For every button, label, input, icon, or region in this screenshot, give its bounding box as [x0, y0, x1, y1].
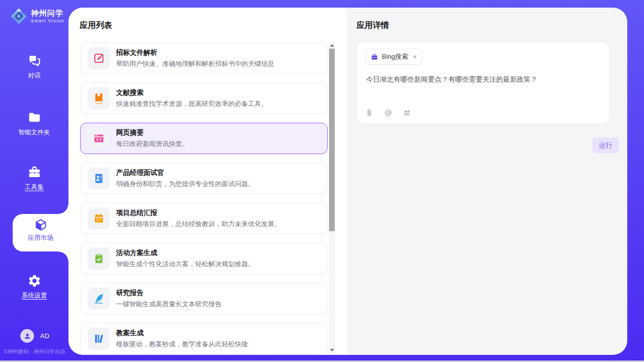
tool-tag-close-icon[interactable]: ×: [413, 53, 417, 60]
app-icon-tile: [88, 207, 110, 230]
tool-tag-bing-search[interactable]: Bing搜索 ×: [365, 49, 422, 65]
app-icon-tile: [88, 167, 110, 190]
app-card-title: 产品经理面试官: [116, 169, 255, 177]
app-card[interactable]: 产品经理面试官 明确身份和职责，为您提供专业性的面试问题。: [80, 163, 328, 194]
app-card-title: 网页摘要: [116, 129, 189, 137]
app-card[interactable]: 研究报告 一键智能生成高质量长文本研究报告: [80, 283, 328, 314]
user-chip[interactable]: AD: [20, 329, 49, 343]
app-icon-tile: [88, 287, 110, 310]
app-card-description: 快速精准查找学术资源，提高研究效率的必备工具。: [116, 100, 268, 108]
scrollbar-thumb[interactable]: [329, 49, 335, 231]
brand-logo: 神州问学 Smart Vision: [10, 8, 64, 25]
sidebar-item-icon: [27, 111, 42, 125]
tool-tag-label: Bing搜索: [382, 52, 408, 61]
briefcase-icon: [371, 53, 378, 61]
prompt-composer-card: Bing搜索 × 今日湖北有哪些新闻要点？有哪些需要关注的最新政策？: [356, 42, 610, 124]
app-card-title: 教案生成: [116, 329, 248, 337]
composer-toolbar: [365, 108, 411, 117]
app-list: 招标文件解析 帮助用户快速、准确地理解和解析招标书中的关键信息 文献搜索 快速精…: [80, 43, 328, 355]
app-card-title: 活动方案生成: [116, 249, 255, 257]
avatar: [20, 329, 34, 343]
sidebar-nav-item[interactable]: 应用市场: [13, 214, 68, 251]
app-card[interactable]: 招标文件解析 帮助用户快速、准确地理解和解析招标书中的关键信息: [80, 43, 328, 74]
app-icon: [93, 212, 105, 225]
person-icon: [23, 332, 31, 340]
app-card-title: 研究报告: [116, 289, 222, 297]
sidebar-nav-item[interactable]: 智能文件夹: [0, 111, 68, 137]
app-icon-tile: [88, 127, 110, 150]
scroll-down-arrow[interactable]: [329, 346, 335, 353]
user-label: AD: [40, 332, 49, 340]
app-list-title: 应用列表: [80, 20, 112, 31]
sidebar-item-label: 智能文件夹: [18, 128, 50, 137]
scrollbar[interactable]: [329, 42, 335, 353]
app-icon: [93, 92, 105, 104]
sidebar-item-label: 工具集: [25, 183, 44, 192]
sidebar-nav-item[interactable]: 工具集: [0, 165, 68, 192]
sidebar-item-label: 应用市场: [28, 234, 53, 242]
app-card-title: 招标文件解析: [116, 49, 274, 57]
app-icon-tile: [88, 247, 110, 270]
brand-tagline: Smart Vision: [31, 19, 64, 23]
app-card[interactable]: 活动方案生成 智能生成个性化活动方案，轻松解决规划难题。: [80, 243, 328, 274]
sidebar-footer: ©神州数码 · 神州问学出品: [4, 348, 65, 355]
app-list-panel: 应用列表 招标文件解析 帮助用户快速、准确地理解和解析招标书中的关键信息 文献搜…: [68, 8, 346, 355]
app-card[interactable]: 教案生成 模板驱动，教案秒成，教学准备从此轻松快捷: [80, 323, 328, 354]
sidebar: 神州问学 Smart Vision 对话 智能文件夹 工具集 应用市场: [0, 0, 68, 362]
app-detail-panel: 应用详情 Bing搜索 × 今日湖北有哪些新闻要点？有哪些需要关注的最新政策？ …: [346, 8, 627, 355]
app-card-description: 模板驱动，教案秒成，教学准备从此轻松快捷: [116, 340, 248, 348]
app-card-title: 文献搜索: [116, 89, 268, 97]
prompt-text-input[interactable]: 今日湖北有哪些新闻要点？有哪些需要关注的最新政策？: [366, 75, 600, 85]
app-icon-tile: [88, 328, 110, 350]
brand-name: 神州问学: [31, 9, 64, 17]
composer-toolbar-icon[interactable]: [403, 108, 411, 117]
composer-toolbar-icon[interactable]: [384, 108, 392, 117]
scroll-up-arrow[interactable]: [329, 42, 335, 49]
sidebar-item-label: 系统设置: [22, 292, 47, 300]
app-card-description: 每日政府新闻资讯快查。: [116, 140, 189, 148]
app-card-description: 帮助用户快速、准确地理解和解析招标书中的关键信息: [116, 60, 274, 68]
app-card-description: 全面回顾项目进展，总结经验教训，助力未来优化发展。: [116, 220, 281, 228]
app-card-description: 智能生成个性化活动方案，轻松解决规划难题。: [116, 260, 255, 268]
app-card[interactable]: 项目总结汇报 全面回顾项目进展，总结经验教训，助力未来优化发展。: [80, 203, 328, 234]
brand-diamond-icon: [10, 8, 27, 25]
app-card-description: 明确身份和职责，为您提供专业性的面试问题。: [116, 180, 255, 188]
sidebar-item-icon: [27, 165, 42, 179]
app-icon: [93, 172, 105, 185]
app-icon: [93, 293, 105, 305]
sidebar-nav-item[interactable]: 对话: [0, 54, 68, 80]
app-icon-tile: [88, 87, 110, 110]
sidebar-nav-item[interactable]: 系统设置: [0, 274, 68, 300]
app-icon: [93, 132, 105, 144]
app-icon: [93, 252, 105, 265]
sidebar-item-icon: [27, 274, 42, 288]
sidebar-item-icon: [34, 218, 48, 232]
app-detail-title: 应用详情: [356, 20, 389, 31]
app-card[interactable]: 文献搜索 快速精准查找学术资源，提高研究效率的必备工具。: [80, 83, 328, 114]
app-card-title: 项目总结汇报: [116, 209, 281, 217]
run-button[interactable]: 运行: [592, 137, 619, 153]
app-icon-tile: [88, 47, 110, 69]
app-card[interactable]: 网页摘要 每日政府新闻资讯快查。: [80, 123, 328, 154]
sidebar-item-label: 对话: [28, 71, 41, 80]
sidebar-item-icon: [27, 54, 42, 68]
app-card-description: 一键智能生成高质量长文本研究报告: [116, 300, 222, 308]
app-icon: [93, 333, 105, 345]
app-icon: [93, 52, 105, 64]
composer-toolbar-icon[interactable]: [365, 108, 374, 117]
